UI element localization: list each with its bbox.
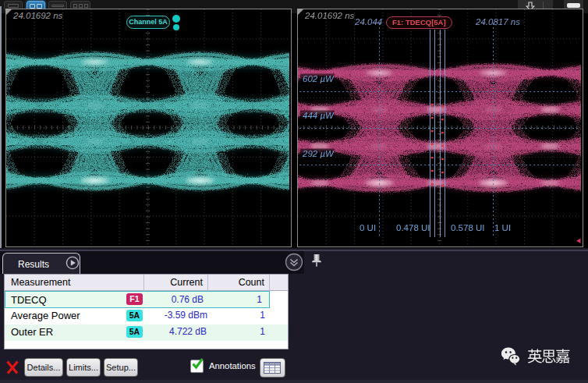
- svg-text:0.478 UI: 0.478 UI: [396, 223, 430, 232]
- svg-text:444 µW: 444 µW: [303, 111, 335, 120]
- svg-text:0.578 UI: 0.578 UI: [451, 223, 484, 232]
- svg-text:292 µW: 292 µW: [302, 149, 335, 158]
- svg-text:0 UI: 0 UI: [360, 223, 376, 232]
- svg-text:602 µW: 602 µW: [303, 74, 335, 83]
- svg-text:1 UI: 1 UI: [494, 223, 511, 232]
